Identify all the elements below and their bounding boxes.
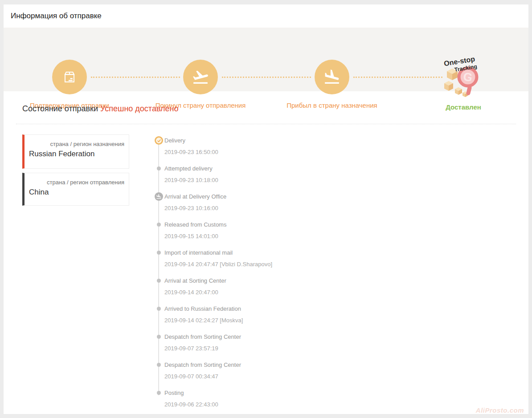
timeline-item-time: 2019-09-14 20:47:47 [Vblizi D.Sharapovo] bbox=[164, 261, 522, 268]
timeline-item-icon bbox=[152, 164, 165, 175]
progress-step-label: Прибыл в страну назначения bbox=[278, 101, 385, 109]
shipment-status-line: Состояние отправки Успешно доставлено bbox=[22, 104, 179, 114]
timeline-item: Arrival at Sorting Center 2019-09-14 20:… bbox=[152, 276, 522, 304]
dot-icon bbox=[157, 363, 161, 367]
timeline-item-icon bbox=[152, 248, 165, 259]
timeline-item-title: Import of international mail bbox=[164, 248, 522, 256]
destination-country-card: страна / регион назначения Russian Feder… bbox=[22, 134, 129, 169]
timeline-item-time: 2019-09-15 14:01:00 bbox=[164, 233, 522, 239]
shipment-progress-bar: Подтверждение отправки Покинул страну от… bbox=[4, 28, 528, 91]
timeline-item-title: Posting bbox=[164, 389, 522, 396]
progress-step: G One-stop Tracking Доставлен bbox=[410, 60, 517, 111]
timeline-item: Despatch from Sorting Center 2019-09-07 … bbox=[152, 361, 522, 389]
timeline-item-title: Despatch from Sorting Center bbox=[164, 361, 522, 368]
plane-landing-icon bbox=[155, 192, 163, 201]
timeline-item-time: 2019-09-23 10:16:00 bbox=[164, 205, 522, 211]
timeline-item-time: 2019-09-06 22:43:00 bbox=[164, 401, 522, 408]
progress-step-label: Доставлен bbox=[410, 103, 517, 111]
timeline-item-icon bbox=[152, 389, 165, 399]
watermark: AliProsto.com bbox=[476, 406, 524, 414]
timeline-item-title: Despatch from Sorting Center bbox=[164, 333, 522, 340]
dot-icon bbox=[157, 279, 161, 283]
tracking-timeline: Delivery 2019-09-23 16:50:00 Attempted d… bbox=[152, 136, 522, 417]
origin-country-card: страна / регион отправления China bbox=[22, 173, 129, 206]
timeline-item-title: Attempted delivery bbox=[164, 164, 522, 172]
plane-landing-icon bbox=[315, 60, 349, 94]
destination-country-label: страна / регион назначения bbox=[25, 135, 129, 147]
timeline-item-title: Released from Customs bbox=[164, 220, 522, 228]
route-cards: страна / регион назначения Russian Feder… bbox=[22, 134, 129, 206]
timeline-item-time: 2019-09-14 02:24:27 [Moskva] bbox=[164, 317, 522, 324]
timeline-item-time: 2019-09-23 16:50:00 bbox=[164, 149, 522, 155]
page-title: Информация об отправке bbox=[11, 4, 102, 28]
timeline-item-icon bbox=[152, 304, 165, 315]
origin-country-label: страна / регион отправления bbox=[25, 173, 129, 186]
timeline-item-time: 2019-09-23 10:18:00 bbox=[164, 177, 522, 183]
timeline-item: Despatch from Sorting Center 2019-09-07 … bbox=[152, 333, 522, 361]
destination-country-value: Russian Federation bbox=[25, 147, 129, 158]
timeline-item-title: Arrival at Sorting Center bbox=[164, 276, 522, 284]
panel-header: Информация об отправке bbox=[4, 4, 528, 28]
timeline-item: Attempted delivery 2019-09-23 10:18:00 bbox=[152, 164, 522, 192]
timeline-item-time: 2019-09-07 00:34:47 bbox=[164, 373, 522, 380]
plane-takeoff-icon bbox=[183, 60, 218, 94]
timeline-item-icon bbox=[152, 220, 165, 231]
origin-country-value: China bbox=[25, 186, 129, 197]
timeline-item-title: Delivery bbox=[164, 136, 522, 144]
dot-icon bbox=[157, 251, 161, 255]
timeline-item-icon bbox=[152, 192, 165, 203]
shipment-status-value: Успешно доставлено bbox=[100, 104, 179, 113]
dot-icon bbox=[157, 223, 161, 227]
progress-step: Подтверждение отправки bbox=[16, 60, 123, 109]
dot-icon bbox=[157, 335, 161, 339]
one-stop-tracking-logo: G One-stop Tracking bbox=[440, 56, 487, 101]
package-icon bbox=[52, 60, 87, 94]
dot-icon bbox=[157, 307, 161, 311]
timeline-item-title: Arrived to Russian Federation bbox=[164, 304, 522, 312]
timeline-item-time: 2019-09-14 20:47:00 bbox=[164, 289, 522, 296]
timeline-items: Delivery 2019-09-23 16:50:00 Attempted d… bbox=[152, 136, 522, 417]
timeline-item-title: Arrival at Delivery Office bbox=[164, 192, 522, 200]
dot-icon bbox=[157, 166, 161, 170]
check-badge-icon bbox=[155, 136, 163, 145]
timeline-item-time: 2019-09-07 23:57:19 bbox=[164, 345, 522, 352]
timeline-item-icon bbox=[152, 361, 165, 371]
timeline-item: Arrival at Delivery Office 2019-09-23 10… bbox=[152, 192, 522, 220]
timeline-item-icon bbox=[152, 333, 165, 343]
timeline-item: Released from Customs 2019-09-15 14:01:0… bbox=[152, 220, 522, 248]
timeline-item: Posting 2019-09-06 22:43:00 bbox=[152, 389, 522, 417]
dot-icon bbox=[157, 391, 161, 395]
timeline-item-icon bbox=[152, 136, 165, 147]
shipment-info-panel: Информация об отправке Подтверждение отп… bbox=[4, 4, 528, 414]
timeline-item: Arrived to Russian Federation 2019-09-14… bbox=[152, 304, 522, 333]
shipment-status-label: Состояние отправки bbox=[22, 104, 98, 113]
timeline-item: Import of international mail 2019-09-14 … bbox=[152, 248, 522, 276]
progress-step: Прибыл в страну назначения bbox=[278, 60, 385, 109]
progress-step: Покинул страну отправления bbox=[147, 60, 254, 109]
dotted-divider bbox=[16, 124, 516, 124]
timeline-item: Delivery 2019-09-23 16:50:00 bbox=[152, 136, 522, 164]
timeline-item-icon bbox=[152, 276, 165, 287]
